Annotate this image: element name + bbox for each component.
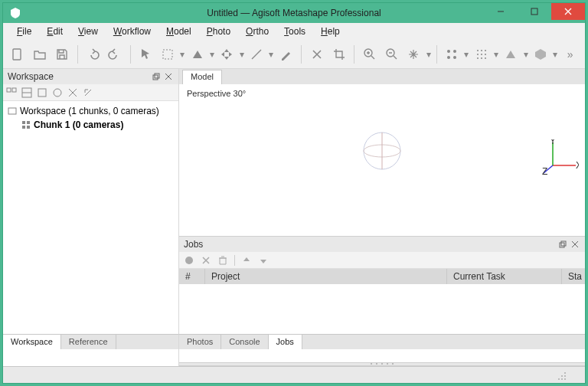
col-task[interactable]: Current Task <box>447 269 562 284</box>
ws-tool-icon[interactable] <box>6 87 17 98</box>
close-button[interactable] <box>551 3 585 20</box>
menu-edit[interactable]: Edit <box>41 25 69 38</box>
undo-icon[interactable] <box>83 44 103 65</box>
measure-icon[interactable] <box>247 44 267 65</box>
svg-rect-26 <box>22 121 25 124</box>
col-num[interactable]: # <box>179 269 205 284</box>
col-status[interactable]: Sta <box>562 269 585 284</box>
texture-icon[interactable] <box>531 44 551 65</box>
svg-point-44 <box>564 375 566 377</box>
minimize-button[interactable] <box>484 3 518 20</box>
right-bottom-tabs: Photos Console Jobs <box>179 334 585 349</box>
shape-tool-icon[interactable] <box>187 44 207 65</box>
ws-tool-icon[interactable] <box>52 87 63 98</box>
svg-rect-23 <box>38 89 46 96</box>
overflow-icon[interactable]: » <box>560 44 580 65</box>
chevron-down-icon[interactable]: ▾ <box>553 49 559 60</box>
chevron-down-icon[interactable]: ▾ <box>269 49 275 60</box>
svg-text:Y: Y <box>550 139 556 146</box>
statusbar <box>3 366 585 383</box>
ws-tool-icon[interactable] <box>67 87 78 98</box>
undock-icon[interactable] <box>557 239 568 250</box>
menu-help[interactable]: Help <box>315 25 346 38</box>
ws-tool-icon[interactable] <box>83 87 93 98</box>
svg-point-45 <box>558 378 560 380</box>
tab-console[interactable]: Console <box>221 335 268 349</box>
svg-point-8 <box>453 56 456 59</box>
draw-icon[interactable] <box>276 44 296 65</box>
svg-rect-20 <box>7 88 11 92</box>
svg-point-24 <box>54 89 61 96</box>
pointer-icon[interactable] <box>136 44 156 65</box>
workspace-toolbar <box>3 84 178 101</box>
menu-ortho[interactable]: Ortho <box>240 25 275 38</box>
tab-photos[interactable]: Photos <box>179 335 221 349</box>
open-icon[interactable] <box>30 44 51 65</box>
chevron-down-icon[interactable]: ▾ <box>523 49 529 60</box>
chevron-down-icon[interactable]: ▾ <box>180 49 186 60</box>
tree-root[interactable]: Workspace (1 chunks, 0 cameras) <box>8 104 174 118</box>
new-icon[interactable] <box>8 44 28 65</box>
rect-select-icon[interactable] <box>158 44 178 65</box>
redo-icon[interactable] <box>105 44 126 65</box>
dense-icon[interactable] <box>471 44 492 65</box>
svg-rect-27 <box>27 121 30 124</box>
svg-point-12 <box>477 54 479 55</box>
record-icon[interactable] <box>184 255 194 266</box>
mesh-icon[interactable] <box>501 44 521 65</box>
svg-text:Z: Z <box>542 166 547 176</box>
chevron-down-icon[interactable]: ▾ <box>493 49 499 60</box>
down-icon[interactable] <box>258 255 269 266</box>
close-panel-icon[interactable] <box>570 239 580 250</box>
chevron-down-icon[interactable]: ▾ <box>209 49 215 60</box>
cancel-icon[interactable] <box>201 255 211 266</box>
menu-photo[interactable]: Photo <box>201 25 237 38</box>
trash-icon[interactable] <box>217 255 228 266</box>
chevron-down-icon[interactable]: ▾ <box>464 49 470 60</box>
menu-model[interactable]: Model <box>160 25 198 38</box>
maximize-button[interactable] <box>518 3 551 20</box>
workspace-panel: Workspace Workspace (1 chunks, 0 cameras… <box>3 69 179 366</box>
tab-model[interactable]: Model <box>182 70 222 84</box>
tree-chunk[interactable]: Chunk 1 (0 cameras) <box>8 118 174 132</box>
delete-icon[interactable] <box>306 44 327 65</box>
chevron-down-icon[interactable]: ▾ <box>239 49 245 60</box>
tab-jobs[interactable]: Jobs <box>269 335 302 349</box>
menu-view[interactable]: View <box>72 25 104 38</box>
col-project[interactable]: Project <box>205 269 447 284</box>
svg-point-46 <box>561 378 563 380</box>
grid-icon[interactable] <box>442 44 462 65</box>
svg-point-6 <box>453 50 456 53</box>
undock-icon[interactable] <box>151 71 162 82</box>
svg-point-9 <box>477 50 479 51</box>
svg-rect-39 <box>560 243 564 247</box>
ws-tool-icon[interactable] <box>37 87 47 98</box>
zoom-in-icon[interactable] <box>359 44 380 65</box>
tab-reference[interactable]: Reference <box>61 335 116 349</box>
zoom-out-icon[interactable] <box>381 44 402 65</box>
svg-point-41 <box>185 257 193 264</box>
save-icon[interactable] <box>52 44 73 65</box>
menu-workflow[interactable]: Workflow <box>107 25 157 38</box>
close-panel-icon[interactable] <box>163 71 174 82</box>
svg-rect-0 <box>531 8 537 15</box>
ws-tool-icon[interactable] <box>21 87 32 98</box>
tree-chunk-label: Chunk 1 (0 cameras) <box>34 119 123 130</box>
origin-gizmo <box>361 129 403 172</box>
svg-rect-28 <box>22 126 25 129</box>
svg-point-16 <box>481 57 482 59</box>
viewport[interactable]: Perspective 30° X Y Z <box>179 84 585 236</box>
svg-rect-29 <box>27 126 30 129</box>
fit-icon[interactable] <box>403 44 424 65</box>
svg-rect-18 <box>153 75 158 80</box>
tab-workspace[interactable]: Workspace <box>3 335 61 349</box>
crop-icon[interactable] <box>328 44 349 65</box>
resize-grip-icon[interactable] <box>557 371 567 381</box>
menu-tools[interactable]: Tools <box>278 25 312 38</box>
menubar: File Edit View Workflow Model Photo Orth… <box>3 23 585 40</box>
chevron-down-icon[interactable]: ▾ <box>426 49 432 60</box>
up-icon[interactable] <box>241 255 252 266</box>
menu-file[interactable]: File <box>11 25 38 38</box>
workspace-tree[interactable]: Workspace (1 chunks, 0 cameras) Chunk 1 … <box>3 101 178 366</box>
transform-icon[interactable] <box>217 44 237 65</box>
